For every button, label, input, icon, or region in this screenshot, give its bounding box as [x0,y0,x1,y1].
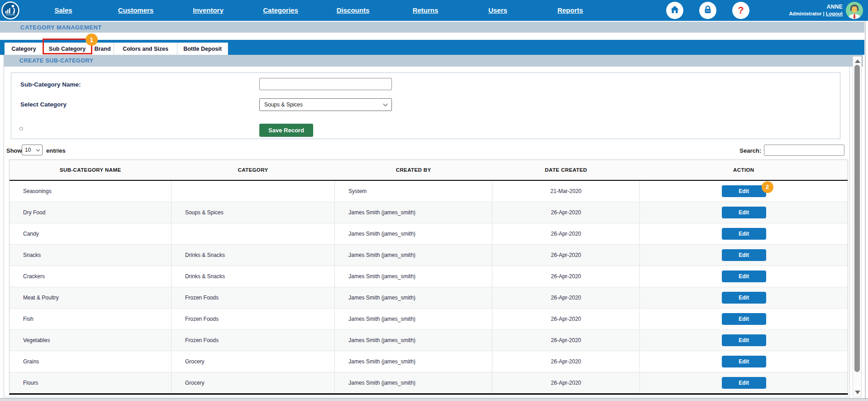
cell-action: Edit [640,202,848,223]
tab-category[interactable]: Category [5,43,43,55]
create-subcategory-form: Sub-Category Name: Select Category Soups… [11,72,840,139]
nav-icon-group: ? [666,2,749,19]
edit-button[interactable]: Edit [722,334,766,346]
column-header-category[interactable]: CATEGORY [171,160,334,180]
table-header-row: SUB-CATEGORY NAMECATEGORYCREATED BYDATE … [10,160,848,180]
cell-category: Grocery [171,351,334,372]
save-record-button[interactable]: Save Record [259,124,313,137]
annotation-callout-2: 2 [762,181,773,193]
edit-button[interactable]: Edit [722,377,766,389]
cell-category: Frozen Foods [171,287,334,308]
cell-subcategory-name: Dry Food [10,202,171,223]
lock-button[interactable] [699,2,716,19]
nav-item-returns[interactable]: Returns [389,0,462,21]
edit-button[interactable]: Edit [722,356,766,367]
cell-category: Soups & Spices [171,202,334,223]
annotation-callout-1: 1 [86,34,98,46]
edit-button[interactable]: Edit [722,185,766,197]
tab-bar: CategorySub CategoryBrandColors and Size… [5,43,228,55]
category-select-value: Soups & Spices [264,101,303,108]
breadcrumb-band: CATEGORY MANAGEMENT [0,22,864,33]
tab-bottle-deposit[interactable]: Bottle Deposit [177,43,228,55]
cell-date-created: 26-Apr-2020 [492,329,640,351]
table-row: GrainsGroceryJames Smith (james_smith)26… [10,351,848,372]
cell-subcategory-name: Snacks [10,244,171,266]
cell-subcategory-name: Meat & Poultry [10,287,171,308]
table-row: SnacksDrinks & SnacksJames Smith (james_… [10,244,848,266]
section-header: CREATE SUB-CATEGORY [4,55,863,67]
cell-category [171,180,334,202]
chevron-down-icon [383,102,388,106]
help-icon: ? [738,5,744,16]
cell-action: Edit [640,244,848,266]
cell-subcategory-name: Grains [10,351,171,372]
cell-date-created: 26-Apr-2020 [492,287,640,308]
subcategory-name-input[interactable] [259,78,392,90]
user-role: Administrator [789,11,821,16]
cell-created-by: James Smith (james_smith) [335,329,492,351]
scroll-up-arrow[interactable] [855,59,860,63]
cell-created-by: James Smith (james_smith) [335,244,492,266]
cell-action: Edit [640,351,848,372]
cell-action: Edit [640,372,848,393]
tab-colors-and-sizes[interactable]: Colors and Sizes [114,43,177,55]
vertical-scrollbar[interactable] [853,56,862,397]
tab-sub-category[interactable]: Sub Category [43,43,91,55]
cell-category: Frozen Foods [171,329,334,351]
table-row: Meat & PoultryFrozen FoodsJames Smith (j… [10,287,848,308]
search-label: Search: [739,147,761,154]
cell-created-by: James Smith (james_smith) [335,372,492,393]
nav-item-reports[interactable]: Reports [534,0,606,21]
page-size-select[interactable]: 10 [22,145,43,155]
column-header-date-created[interactable]: DATE CREATED [492,160,640,180]
cell-action: Edit [640,287,848,308]
edit-button[interactable]: Edit [722,271,766,282]
user-name: ANNE [789,3,843,10]
logout-link[interactable]: Logout [826,11,843,16]
table-row: VegetablesFrozen FoodsJames Smith (james… [10,329,848,351]
edit-button[interactable]: Edit [722,249,766,261]
nav-item-inventory[interactable]: Inventory [172,0,244,21]
scroll-down-arrow[interactable] [855,391,860,394]
nav-item-users[interactable]: Users [462,0,534,21]
home-icon [670,5,680,16]
help-button[interactable]: ? [732,2,749,19]
edit-button[interactable]: Edit [722,313,766,325]
app-logo[interactable] [1,1,19,19]
padlock-icon [703,5,713,16]
section-title: CREATE SUB-CATEGORY [19,58,93,64]
cell-date-created: 26-Apr-2020 [492,266,640,287]
scrollbar-thumb[interactable] [854,65,860,372]
cell-subcategory-name: Flours [10,372,171,393]
cell-subcategory-name: Fish [10,308,171,329]
nav-item-discounts[interactable]: Discounts [317,0,389,21]
nav-item-categories[interactable]: Categories [244,0,317,21]
table-row: CrackersDrinks & SnacksJames Smith (jame… [10,266,848,287]
breadcrumb: CATEGORY MANAGEMENT [20,24,102,31]
subcategory-table: SUB-CATEGORY NAMECATEGORYCREATED BYDATE … [9,159,848,395]
nav-item-sales[interactable]: Sales [27,0,100,21]
edit-button[interactable]: Edit [722,228,766,240]
cell-created-by: James Smith (james_smith) [335,202,492,223]
avatar[interactable] [846,2,863,19]
cell-action: Edit [640,223,848,244]
edit-button[interactable]: Edit [722,292,766,304]
cell-created-by: James Smith (james_smith) [335,308,492,329]
column-header-created-by[interactable]: CREATED BY [335,160,492,180]
home-button[interactable] [666,2,683,19]
table-row: CandyJames Smith (james_smith)26-Apr-202… [10,223,848,244]
cell-subcategory-name: Vegetables [10,329,171,351]
chevron-down-icon [36,147,40,151]
column-header-action[interactable]: ACTION [640,160,848,180]
edit-button[interactable]: Edit [722,207,766,218]
cell-action: Edit [640,266,848,287]
column-header-sub-category-name[interactable]: SUB-CATEGORY NAME [10,160,171,180]
nav-item-customers[interactable]: Customers [100,0,172,21]
search-input[interactable] [764,145,844,156]
cell-created-by: System [335,180,492,202]
cell-date-created: 26-Apr-2020 [492,223,640,244]
cell-date-created: 21-Mar-2020 [492,180,640,202]
table-row: Dry FoodSoups & SpicesJames Smith (james… [10,202,848,223]
select-category-label: Select Category [20,101,67,108]
category-select[interactable]: Soups & Spices [259,98,392,111]
